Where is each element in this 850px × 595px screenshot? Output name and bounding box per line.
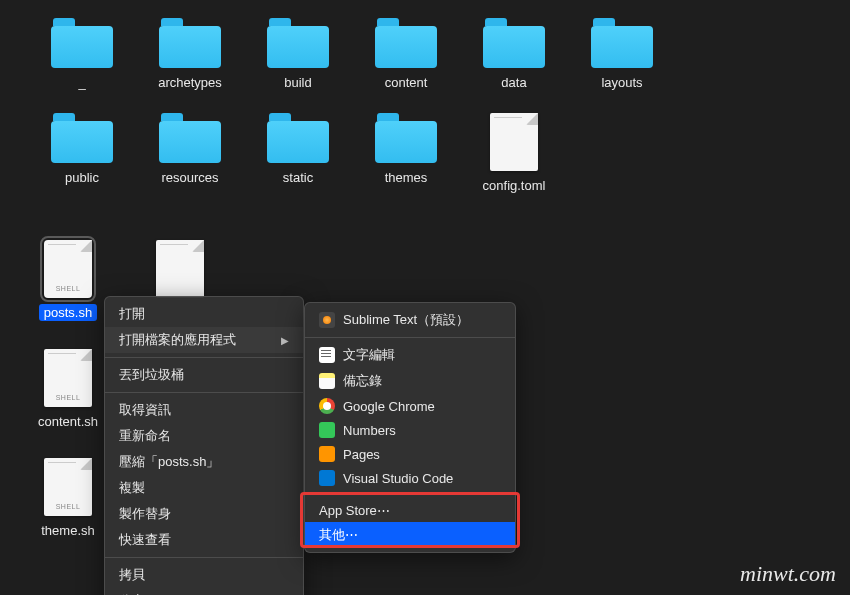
shell-file-icon: SHELL — [44, 458, 92, 516]
app-pages[interactable]: Pages — [305, 442, 515, 466]
folder-icon — [159, 113, 221, 163]
folder-item[interactable]: public — [28, 113, 136, 194]
menu-separator — [105, 357, 303, 358]
folder-icon — [267, 18, 329, 68]
context-menu: 打開 打開檔案的應用程式▶ 丟到垃圾桶 取得資訊 重新命名 壓縮「posts.s… — [104, 296, 304, 595]
numbers-icon — [319, 422, 335, 438]
folder-item[interactable]: content — [352, 18, 460, 91]
ctx-duplicate[interactable]: 複製 — [105, 475, 303, 501]
file-label: theme.sh — [36, 522, 99, 539]
ctx-rename[interactable]: 重新命名 — [105, 423, 303, 449]
app-notes[interactable]: 備忘錄 — [305, 368, 515, 394]
folder-item[interactable]: static — [244, 113, 352, 194]
folder-item[interactable]: build — [244, 18, 352, 91]
ctx-quicklook[interactable]: 快速查看 — [105, 527, 303, 553]
folder-icon — [591, 18, 653, 68]
ctx-open-with[interactable]: 打開檔案的應用程式▶ — [105, 327, 303, 353]
open-with-submenu: Sublime Text（預設） 文字編輯 備忘錄 Google Chrome … — [304, 302, 516, 553]
sublime-icon — [319, 312, 335, 328]
file-label: config.toml — [478, 177, 551, 194]
folder-item[interactable]: themes — [352, 113, 460, 194]
folder-icon — [51, 113, 113, 163]
folder-icon — [483, 18, 545, 68]
folder-label: themes — [380, 169, 433, 186]
folder-icon — [375, 113, 437, 163]
finder-icon-grid: _ archetypes build content data layouts … — [0, 0, 780, 216]
ctx-trash[interactable]: 丟到垃圾桶 — [105, 362, 303, 388]
app-textedit[interactable]: 文字編輯 — [305, 342, 515, 368]
folder-item[interactable]: _ — [28, 18, 136, 91]
folder-label: layouts — [596, 74, 647, 91]
shell-file-icon: SHELL — [44, 240, 92, 298]
file-label: content.sh — [33, 413, 103, 430]
folder-icon — [51, 18, 113, 68]
folder-item[interactable]: data — [460, 18, 568, 91]
app-vscode[interactable]: Visual Studio Code — [305, 466, 515, 490]
file-item-content-sh[interactable]: SHELL content.sh — [28, 349, 108, 430]
folder-item[interactable]: resources — [136, 113, 244, 194]
folder-label: static — [278, 169, 318, 186]
document-icon — [156, 240, 204, 298]
app-store[interactable]: App Store⋯ — [305, 499, 515, 522]
textedit-icon — [319, 347, 335, 363]
app-numbers[interactable]: Numbers — [305, 418, 515, 442]
menu-separator — [105, 557, 303, 558]
ctx-compress[interactable]: 壓縮「posts.sh」 — [105, 449, 303, 475]
folder-item[interactable]: layouts — [568, 18, 676, 91]
folder-label: data — [496, 74, 531, 91]
chrome-icon — [319, 398, 335, 414]
app-sublime-text[interactable]: Sublime Text（預設） — [305, 307, 515, 333]
folder-label: content — [380, 74, 433, 91]
file-item[interactable]: config.toml — [460, 113, 568, 194]
pages-icon — [319, 446, 335, 462]
ctx-info[interactable]: 取得資訊 — [105, 397, 303, 423]
ctx-open[interactable]: 打開 — [105, 301, 303, 327]
folder-icon — [375, 18, 437, 68]
shell-file-icon: SHELL — [44, 349, 92, 407]
app-other[interactable]: 其他⋯ — [305, 522, 515, 548]
watermark: minwt.com — [740, 561, 836, 587]
shell-files-column: SHELL posts.sh SHELL content.sh SHELL th… — [28, 240, 108, 567]
file-item-posts-sh[interactable]: SHELL posts.sh — [28, 240, 108, 321]
folder-label: resources — [156, 169, 223, 186]
menu-separator — [105, 392, 303, 393]
folder-icon — [267, 113, 329, 163]
ctx-copy[interactable]: 拷貝 — [105, 562, 303, 588]
document-icon — [490, 113, 538, 171]
file-item-theme-sh[interactable]: SHELL theme.sh — [28, 458, 108, 539]
notes-icon — [319, 373, 335, 389]
menu-separator — [305, 337, 515, 338]
folder-label: archetypes — [153, 74, 227, 91]
vscode-icon — [319, 470, 335, 486]
menu-separator — [305, 494, 515, 495]
ctx-share[interactable]: 分享▶ — [105, 588, 303, 595]
chevron-right-icon: ▶ — [281, 335, 289, 346]
folder-label: public — [60, 169, 104, 186]
file-label: posts.sh — [39, 304, 97, 321]
ctx-alias[interactable]: 製作替身 — [105, 501, 303, 527]
folder-icon — [159, 18, 221, 68]
app-chrome[interactable]: Google Chrome — [305, 394, 515, 418]
folder-label: _ — [73, 74, 90, 91]
folder-label: build — [279, 74, 316, 91]
folder-item[interactable]: archetypes — [136, 18, 244, 91]
